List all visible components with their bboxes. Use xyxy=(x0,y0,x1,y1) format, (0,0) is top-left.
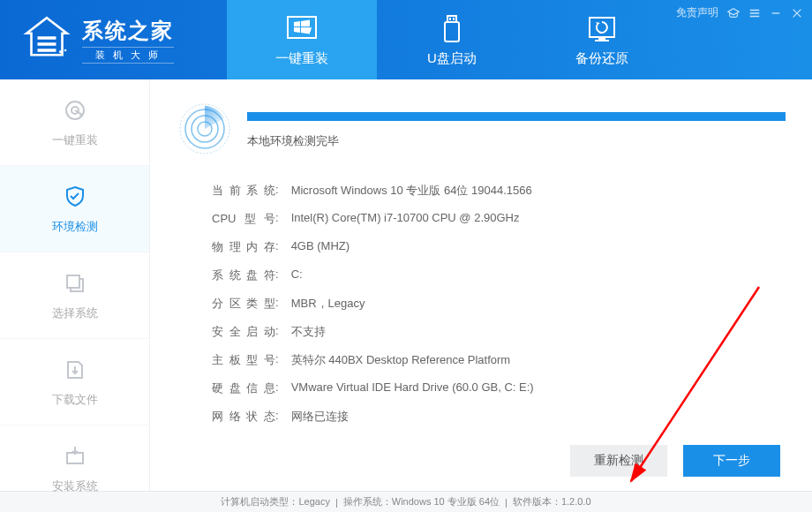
progress-bar xyxy=(247,112,786,121)
svg-rect-9 xyxy=(445,22,459,41)
svg-rect-8 xyxy=(453,18,455,20)
svg-rect-2 xyxy=(38,49,56,52)
sidebar: 一键重装 环境检测 选择系统 下载文件 安装系统 xyxy=(0,79,150,491)
tab-one-click-reinstall[interactable]: 一键重装 xyxy=(227,0,377,79)
svg-point-3 xyxy=(59,50,63,54)
app-subtitle: 装 机 大 师 xyxy=(82,47,174,64)
info-list: 当前系统:Microsoft Windows 10 专业版 64位 19044.… xyxy=(212,177,786,431)
sidebar-label: 安装系统 xyxy=(52,478,98,494)
info-row-cpu: CPU型号:Intel(R) Core(TM) i7-10700 CPU @ 2… xyxy=(212,205,786,233)
info-row-disk: 硬盘信息:VMware Virtual IDE Hard Drive (60.0… xyxy=(212,374,786,403)
disclaimer-link[interactable]: 免责声明 xyxy=(676,5,718,20)
restore-icon xyxy=(586,13,618,45)
app-body: 一键重装 环境检测 选择系统 下载文件 安装系统 xyxy=(0,79,812,491)
shield-check-icon xyxy=(62,184,88,210)
tab-backup-restore[interactable]: 备份还原 xyxy=(527,0,677,79)
radar-icon xyxy=(177,101,233,161)
app-header: 系统之家 装 机 大 师 一键重装 xyxy=(0,0,812,79)
info-row-network: 网络状态:网络已连接 xyxy=(212,403,786,431)
sidebar-label: 选择系统 xyxy=(52,305,98,321)
footer-boot-type: 计算机启动类型：Legacy xyxy=(221,495,329,508)
nav-tabs: 一键重装 U盘启动 xyxy=(227,0,677,79)
info-row-drive: 系统盘符:C: xyxy=(212,261,786,290)
action-buttons: 重新检测 下一步 xyxy=(570,445,780,477)
svg-rect-0 xyxy=(38,36,56,40)
tab-usb-boot[interactable]: U盘启动 xyxy=(377,0,527,79)
sidebar-item-one-click[interactable]: 一键重装 xyxy=(0,79,149,166)
svg-rect-6 xyxy=(447,16,456,22)
svg-rect-7 xyxy=(449,18,451,20)
close-icon[interactable] xyxy=(791,7,803,19)
progress-text: 本地环境检测完毕 xyxy=(247,133,786,149)
install-icon xyxy=(62,443,88,470)
windows-icon xyxy=(286,13,318,45)
sidebar-label: 环境检测 xyxy=(52,219,98,235)
svg-point-4 xyxy=(64,49,67,52)
minimize-icon[interactable] xyxy=(770,7,782,19)
sidebar-label: 一键重装 xyxy=(52,132,98,148)
svg-rect-1 xyxy=(38,42,56,46)
usb-icon xyxy=(436,13,468,45)
svg-rect-12 xyxy=(595,40,609,41)
tab-label: 一键重装 xyxy=(275,50,328,67)
retry-button[interactable]: 重新检测 xyxy=(570,445,667,477)
main-panel: 本地环境检测完毕 当前系统:Microsoft Windows 10 专业版 6… xyxy=(150,79,812,491)
app-title: 系统之家 xyxy=(82,17,174,45)
sidebar-item-env-check[interactable]: 环境检测 xyxy=(0,166,149,252)
footer-os: 操作系统：Windows 10 专业版 64位 xyxy=(343,495,500,508)
graduation-icon[interactable] xyxy=(727,7,740,19)
target-icon xyxy=(62,97,88,124)
window-controls: 免责声明 xyxy=(676,5,803,20)
info-row-os: 当前系统:Microsoft Windows 10 专业版 64位 19044.… xyxy=(212,177,786,205)
footer-version: 软件版本：1.2.0.0 xyxy=(513,495,591,508)
logo-area: 系统之家 装 机 大 师 xyxy=(0,0,196,79)
download-icon xyxy=(62,357,88,383)
select-icon xyxy=(62,270,88,297)
tab-label: 备份还原 xyxy=(575,50,628,67)
info-row-motherboard: 主板型号:英特尔 440BX Desktop Reference Platfor… xyxy=(212,346,786,374)
menu-icon[interactable] xyxy=(748,7,761,19)
info-row-secureboot: 安全启动:不支持 xyxy=(212,318,786,346)
sidebar-label: 下载文件 xyxy=(52,392,98,408)
sidebar-item-install[interactable]: 安装系统 xyxy=(0,425,149,512)
info-row-ram: 物理内存:4GB (MHZ) xyxy=(212,233,786,261)
tab-label: U盘启动 xyxy=(427,50,477,67)
svg-rect-11 xyxy=(598,37,605,40)
next-button[interactable]: 下一步 xyxy=(683,445,780,477)
home-logo-icon xyxy=(22,13,71,66)
svg-rect-10 xyxy=(590,18,614,37)
info-row-partition: 分区类型:MBR，Legacy xyxy=(212,290,786,318)
sidebar-item-download[interactable]: 下载文件 xyxy=(0,339,149,425)
scan-header: 本地环境检测完毕 xyxy=(177,101,786,161)
sidebar-item-select-system[interactable]: 选择系统 xyxy=(0,252,149,339)
